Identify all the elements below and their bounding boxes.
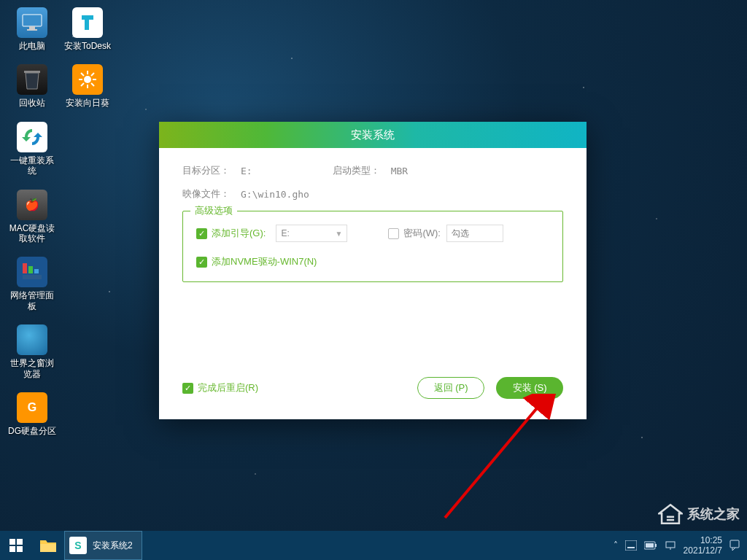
add-nvme-checkbox[interactable]: ✓ 添加NVME驱动-WIN7(N) <box>196 255 317 268</box>
apple-icon: 🍎 <box>17 190 47 220</box>
desktop-icon-netpanel[interactable]: 网络管理面板 <box>7 257 57 311</box>
globe-icon <box>17 324 47 355</box>
boot-drive-value: E: <box>281 228 289 238</box>
network-icon <box>17 257 47 287</box>
password-label: 密码(W): <box>403 227 441 240</box>
desktop-icon-theworld[interactable]: 世界之窗浏览器 <box>7 324 57 379</box>
add-boot-checkbox[interactable]: ✓ 添加引导(G): <box>196 227 266 240</box>
svg-rect-29 <box>646 543 654 548</box>
target-partition-value: E: <box>241 166 252 176</box>
check-icon: ✓ <box>182 383 193 394</box>
diskgenius-icon: G <box>17 392 47 423</box>
svg-rect-30 <box>666 542 675 548</box>
svg-rect-19 <box>667 519 674 521</box>
svg-rect-0 <box>23 15 42 26</box>
taskbar-task-installer[interactable]: S 安装系统2 <box>64 531 142 560</box>
desktop-icon-reinstall[interactable]: 一键重装系统 <box>7 122 57 176</box>
svg-rect-3 <box>24 71 40 73</box>
keyboard-icon[interactable] <box>625 540 637 551</box>
boot-drive-dropdown[interactable]: E: ▼ <box>276 225 347 242</box>
chevron-down-icon: ▼ <box>335 230 342 238</box>
watermark-text: 系统之家 <box>687 505 740 523</box>
tray-up-icon[interactable]: ˄ <box>614 540 618 551</box>
password-input[interactable] <box>446 225 503 242</box>
desktop-icon-todesk[interactable]: 安装ToDesk <box>63 7 112 51</box>
check-icon: ✓ <box>196 228 207 239</box>
windows-icon <box>9 539 23 552</box>
battery-icon[interactable] <box>644 540 657 551</box>
add-boot-label: 添加引导(G): <box>212 227 266 240</box>
svg-line-13 <box>81 73 84 76</box>
target-partition-label: 目标分区： <box>182 164 236 177</box>
boot-type-label: 启动类型： <box>333 164 387 177</box>
network-tray-icon[interactable] <box>665 540 676 551</box>
taskbar-clock[interactable]: 10:25 2021/12/7 <box>684 535 722 556</box>
todesk-icon <box>72 7 103 38</box>
desktop-icon-this-pc[interactable]: 此电脑 <box>7 7 57 51</box>
image-file-value: G:\win10.gho <box>241 189 309 200</box>
restart-after-checkbox[interactable]: ✓ 完成后重启(R) <box>182 381 258 394</box>
file-explorer-button[interactable] <box>32 531 64 560</box>
house-icon <box>658 503 683 525</box>
recycle-icon <box>17 64 47 95</box>
svg-rect-24 <box>40 544 56 552</box>
icon-label: 安装向日葵 <box>66 98 109 108</box>
svg-rect-7 <box>23 275 42 279</box>
watermark: 系统之家 <box>658 503 740 525</box>
password-checkbox[interactable] <box>388 228 399 239</box>
icon-label: DG硬盘分区 <box>8 426 56 436</box>
svg-rect-20 <box>9 539 15 545</box>
desktop-icon-macread[interactable]: 🍎 MAC硬盘读取软件 <box>7 190 57 244</box>
svg-rect-28 <box>655 544 657 547</box>
icon-label: 网络管理面板 <box>7 290 57 311</box>
desktop-icon-recycle[interactable]: 回收站 <box>7 64 57 108</box>
svg-line-15 <box>91 73 94 76</box>
svg-point-8 <box>84 76 91 83</box>
install-button[interactable]: 安装 (S) <box>496 377 563 399</box>
image-file-label: 映像文件： <box>182 187 236 201</box>
install-dialog: 安装系统 目标分区： E: 启动类型： MBR 映像文件： G:\win10.g… <box>159 122 587 419</box>
installer-icon: S <box>69 537 87 554</box>
icon-label: 安装ToDesk <box>64 41 111 51</box>
svg-rect-1 <box>29 26 35 29</box>
svg-line-14 <box>91 83 94 86</box>
svg-rect-4 <box>23 263 27 273</box>
reinstall-icon <box>17 122 47 152</box>
svg-rect-5 <box>28 266 33 273</box>
icon-label: MAC硬盘读取软件 <box>7 223 57 244</box>
advanced-options-group: 高级选项 ✓ 添加引导(G): E: ▼ 密码(W): ✓ <box>182 211 563 282</box>
clock-date: 2021/12/7 <box>684 545 722 556</box>
folder-icon <box>39 538 57 553</box>
svg-rect-23 <box>17 546 23 552</box>
svg-line-16 <box>81 83 84 86</box>
monitor-icon <box>17 7 47 38</box>
taskbar: S 安装系统2 ˄ 10:25 2021/12/7 <box>0 531 747 560</box>
desktop-icon-sunflower[interactable]: 安装向日葵 <box>63 64 112 108</box>
svg-rect-22 <box>9 546 15 552</box>
icon-label: 此电脑 <box>19 41 45 51</box>
svg-rect-2 <box>27 29 37 31</box>
svg-rect-21 <box>17 539 23 545</box>
dialog-title: 安装系统 <box>159 122 587 148</box>
system-tray: ˄ 10:25 2021/12/7 <box>614 535 747 556</box>
advanced-legend: 高级选项 <box>190 204 237 217</box>
task-label: 安装系统2 <box>93 540 133 552</box>
icon-label: 世界之窗浏览器 <box>7 358 57 379</box>
sunflower-icon <box>72 64 103 95</box>
back-button[interactable]: 返回 (P) <box>417 377 484 399</box>
boot-type-value: MBR <box>391 166 408 176</box>
start-button[interactable] <box>0 531 32 560</box>
svg-rect-26 <box>627 547 635 548</box>
desktop-icon-diskgenius[interactable]: G DG硬盘分区 <box>7 392 57 436</box>
check-icon: ✓ <box>196 257 207 268</box>
svg-rect-6 <box>34 269 39 273</box>
icon-label: 回收站 <box>19 98 45 108</box>
icon-label: 一键重装系统 <box>7 155 57 176</box>
clock-time: 10:25 <box>684 535 722 545</box>
notifications-icon[interactable] <box>729 540 740 551</box>
add-nvme-label: 添加NVME驱动-WIN7(N) <box>212 255 317 268</box>
svg-rect-18 <box>667 516 674 518</box>
checkbox-empty-icon <box>388 228 399 239</box>
svg-rect-32 <box>730 540 739 548</box>
restart-label: 完成后重启(R) <box>198 381 258 394</box>
